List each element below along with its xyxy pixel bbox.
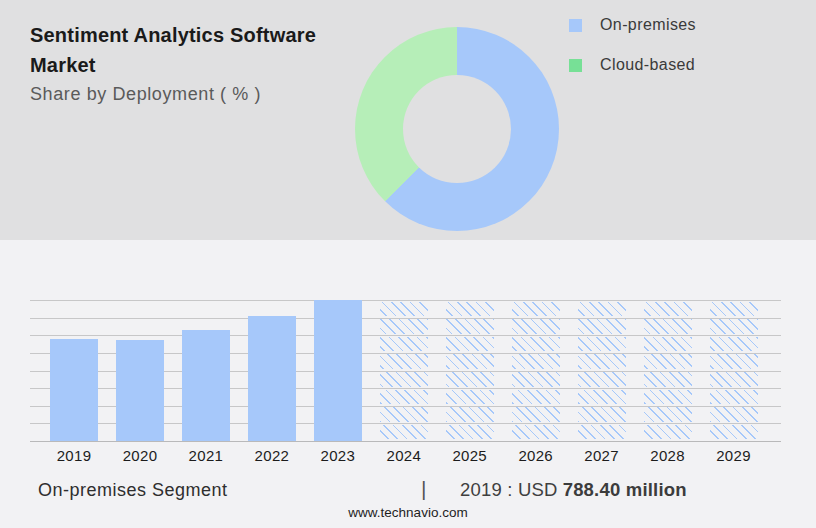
bar-2023: [314, 300, 362, 441]
bar-2020: [116, 340, 164, 442]
gridline: [30, 300, 781, 301]
donut-hole: [403, 75, 511, 183]
bar-2021: [182, 330, 230, 442]
bar-2022: [248, 316, 296, 441]
x-axis-label-2026: 2026: [506, 447, 566, 464]
x-axis-label-2022: 2022: [242, 447, 302, 464]
website-text: www.technavio.com: [0, 505, 816, 520]
legend-label: Cloud-based: [600, 56, 695, 74]
segment-value: 2019 : USD788.40 million: [460, 479, 687, 501]
bar-2019: [50, 339, 98, 442]
x-axis-label-2019: 2019: [44, 447, 104, 464]
x-axis-label-2028: 2028: [638, 447, 698, 464]
gridline: [30, 318, 781, 319]
page-title: Sentiment Analytics Software Market: [30, 20, 338, 80]
segment-value-prefix: 2019 : USD: [460, 479, 558, 500]
infographic-page: Sentiment Analytics Software Market Shar…: [0, 0, 816, 528]
x-axis-baseline: [30, 441, 781, 442]
x-axis-label-2027: 2027: [572, 447, 632, 464]
top-section: Sentiment Analytics Software Market Shar…: [0, 0, 816, 240]
chart-legend: On-premisesCloud-based: [569, 12, 696, 92]
x-axis-label-2025: 2025: [440, 447, 500, 464]
legend-swatch-icon: [569, 19, 582, 32]
x-axis-label-2029: 2029: [704, 447, 764, 464]
page-subtitle: Share by Deployment ( % ): [30, 84, 338, 105]
legend-item-on-premises: On-premises: [569, 12, 696, 38]
legend-item-cloud-based: Cloud-based: [569, 52, 696, 78]
segment-label: On-premises Segment: [38, 480, 228, 501]
legend-label: On-premises: [600, 16, 696, 34]
gridline: [30, 335, 781, 336]
title-block: Sentiment Analytics Software Market Shar…: [30, 20, 338, 105]
footer-separator: |: [421, 477, 426, 501]
legend-swatch-icon: [569, 59, 582, 72]
market-size-bar-chart: 2019202020212022202320242025202620272028…: [30, 300, 781, 441]
deployment-donut-chart: [355, 27, 559, 231]
x-axis-label-2020: 2020: [110, 447, 170, 464]
segment-value-amount: 788.40 million: [563, 479, 687, 500]
x-axis-label-2021: 2021: [176, 447, 236, 464]
x-axis-label-2024: 2024: [374, 447, 434, 464]
x-axis-label-2023: 2023: [308, 447, 368, 464]
